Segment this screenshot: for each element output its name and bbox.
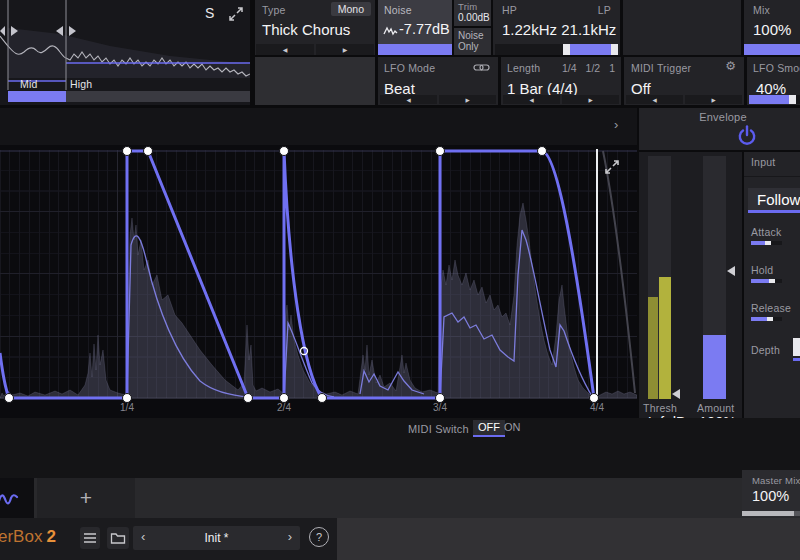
mix-slider[interactable] <box>744 44 800 55</box>
next-icon: ▶ <box>588 97 592 103</box>
band-mid-active-bar[interactable] <box>8 91 66 102</box>
band-display: Mid High S <box>0 0 250 105</box>
envelope-point[interactable] <box>538 147 547 156</box>
prev-icon: ◀ <box>652 97 656 103</box>
envelope-controls: Input Follow Attack Hold Release Depth <box>744 152 800 435</box>
length-next-button[interactable]: ▶ <box>562 95 619 104</box>
envelope-point[interactable] <box>318 394 327 403</box>
trim-button[interactable]: Trim 0.00dB <box>454 0 491 26</box>
solo-button[interactable]: S <box>205 5 214 21</box>
lfo-smooth-slider[interactable] <box>749 95 800 104</box>
add-shaper-tab[interactable]: + <box>37 478 135 518</box>
empty-panel <box>623 0 741 55</box>
link-icon[interactable] <box>473 62 490 73</box>
envelope-power-icon[interactable] <box>736 124 758 148</box>
audio-waveform <box>0 203 637 398</box>
filter-value[interactable]: 1.22kHz 21.1kHz <box>502 21 616 38</box>
lfo-editor[interactable]: 1/4 2/4 3/4 4/4 <box>0 145 637 418</box>
length-quick-one[interactable]: 1 <box>609 62 615 74</box>
midi-switch-off-button[interactable]: OFF <box>473 420 505 437</box>
hold-slider[interactable] <box>751 279 782 283</box>
trim-label: Trim <box>458 1 477 12</box>
length-quick-quarter[interactable]: 1/4 <box>562 62 577 74</box>
editor-canvas[interactable] <box>0 145 637 418</box>
filter-range-slider[interactable] <box>495 44 618 55</box>
input-label: Input <box>751 156 775 168</box>
expand-band-icon[interactable] <box>228 6 244 22</box>
length-prev-button[interactable]: ◀ <box>503 95 560 104</box>
envelope-point[interactable] <box>244 394 253 403</box>
on-label: ON <box>504 421 521 433</box>
lfo-mode-label: LFO Mode <box>384 62 435 74</box>
envelope-point[interactable] <box>280 147 289 156</box>
type-label: Type <box>262 4 286 16</box>
band-high-inactive-bar[interactable] <box>66 91 250 102</box>
expand-editor-icon[interactable] <box>603 158 621 176</box>
beat-label: 2/4 <box>277 402 291 413</box>
logo: erBox2 <box>0 527 56 547</box>
attack-slider[interactable] <box>751 241 782 245</box>
logo-text: erBox <box>0 527 42 546</box>
length-label: Length <box>507 62 540 74</box>
length-quick-half[interactable]: 1/2 <box>586 62 601 74</box>
type-next-button[interactable]: ▶ <box>316 44 374 55</box>
prev-icon: ◀ <box>283 46 288 53</box>
thresh-label: Thresh <box>643 402 677 414</box>
noise-slider[interactable] <box>378 44 452 55</box>
mix-value[interactable]: 100% <box>753 21 791 38</box>
footer-left-panel: erBox2 ‹ Init * › ? <box>0 518 337 560</box>
filter-panel: HP LP 1.22kHz 21.1kHz <box>493 0 620 55</box>
logo-number: 2 <box>46 527 55 546</box>
lfo-wave-tab-icon <box>0 490 20 508</box>
midi-trigger-next-button[interactable]: ▶ <box>685 95 742 104</box>
noise-value[interactable]: -7.77dB <box>399 21 450 37</box>
attack-label: Attack <box>751 226 781 238</box>
depth-value-box[interactable] <box>793 338 800 356</box>
beat-label: 1/4 <box>120 402 134 413</box>
empty-panel-2 <box>255 57 375 105</box>
type-prev-button[interactable]: ◀ <box>256 44 314 55</box>
lp-handle[interactable] <box>611 44 618 55</box>
lfo-smooth-panel: LFO Smooth 40% <box>747 57 800 105</box>
master-mix-value[interactable]: 100% <box>752 488 789 504</box>
preset-next-button[interactable]: › <box>288 529 292 544</box>
master-mix-slider[interactable] <box>742 511 800 516</box>
noise-label: Noise <box>384 4 412 16</box>
envelope-point[interactable] <box>5 394 14 403</box>
trim-value: 0.00dB <box>458 12 490 23</box>
band-label-high[interactable]: High <box>70 78 92 90</box>
midi-switch-label: MIDI Switch <box>408 423 469 435</box>
panel-collapse-chevron[interactable]: › <box>614 117 618 132</box>
lfo-mode-prev-button[interactable]: ◀ <box>380 95 437 104</box>
follow-button[interactable]: Follow <box>748 188 800 213</box>
preset-prev-button[interactable]: ‹ <box>141 529 145 544</box>
type-value[interactable]: Thick Chorus <box>262 21 350 38</box>
gear-icon[interactable]: ⚙ <box>725 59 736 73</box>
menu-button[interactable] <box>80 527 100 549</box>
wave-toolbar: ◀ ▶ 2x ↶ ↷ ••• › <box>0 108 637 145</box>
midi-trigger-label: MIDI Trigger <box>631 62 691 74</box>
lfo-mode-next-button[interactable]: ▶ <box>439 95 496 104</box>
active-shaper-tab[interactable] <box>0 478 34 518</box>
midi-switch-on-button[interactable]: ON <box>504 421 521 433</box>
envelope-point[interactable] <box>144 147 153 156</box>
help-icon: ? <box>316 531 322 543</box>
band-label-mid[interactable]: Mid <box>20 78 38 90</box>
hp-handle[interactable] <box>563 44 570 55</box>
mono-button[interactable]: Mono <box>331 2 371 16</box>
lfo-smooth-handle[interactable] <box>789 95 796 104</box>
amount-meter-bar <box>703 335 726 399</box>
type-panel: Type Mono Thick Chorus ◀ ▶ <box>255 0 375 55</box>
envelope-point[interactable] <box>123 147 132 156</box>
envelope-point[interactable] <box>436 147 445 156</box>
midi-trigger-prev-button[interactable]: ◀ <box>626 95 683 104</box>
lfo-smooth-label: LFO Smooth <box>753 62 800 74</box>
threshold-marker[interactable] <box>672 389 680 399</box>
depth-marker[interactable] <box>727 266 735 276</box>
preset-name[interactable]: Init * <box>204 531 228 545</box>
noise-only-button[interactable]: Noise Only <box>454 28 491 55</box>
input-meter-bar-left <box>648 297 658 399</box>
release-slider[interactable] <box>751 317 782 321</box>
browser-button[interactable] <box>107 527 129 549</box>
help-button[interactable]: ? <box>309 527 329 547</box>
